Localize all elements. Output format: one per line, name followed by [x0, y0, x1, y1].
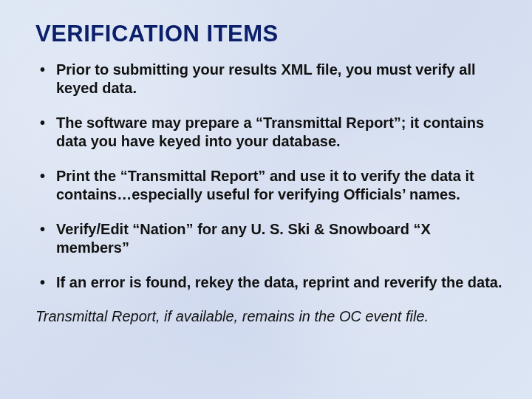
list-item: Prior to submitting your results XML fil… [35, 61, 502, 98]
bullet-list: Prior to submitting your results XML fil… [35, 61, 502, 292]
list-item: Verify/Edit “Nation” for any U. S. Ski &… [35, 220, 502, 257]
list-item: If an error is found, rekey the data, re… [35, 273, 502, 292]
list-item: Print the “Transmittal Report” and use i… [35, 167, 502, 204]
slide-title: VERIFICATION ITEMS [35, 21, 502, 47]
footer-note: Transmittal Report, if available, remain… [35, 308, 502, 325]
list-item: The software may prepare a “Transmittal … [35, 114, 502, 151]
